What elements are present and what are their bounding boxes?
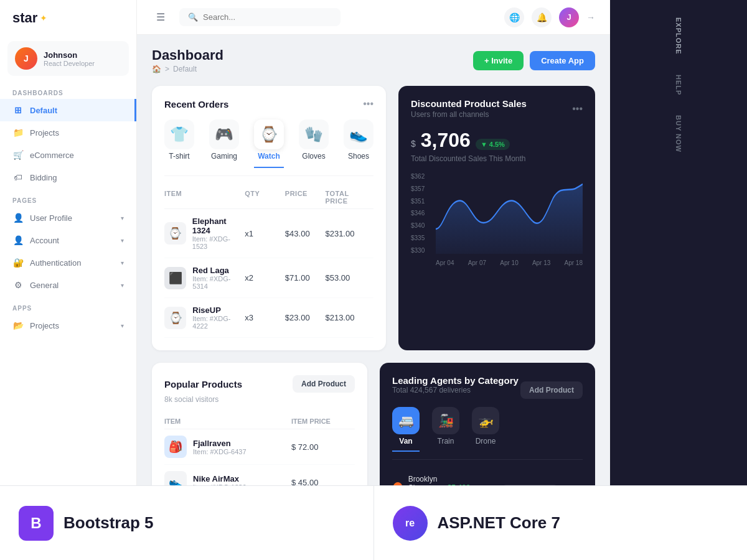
chart-y-label: $357 bbox=[411, 185, 425, 192]
tab-shoes[interactable]: 👟 Shoes bbox=[344, 119, 374, 168]
card-header: Recent Orders ••• bbox=[164, 98, 374, 110]
tab-gloves[interactable]: 🧤 Gloves bbox=[299, 119, 329, 168]
sidebar: star ✦ J Johnson React Developer DASHBOA… bbox=[0, 0, 137, 560]
sales-number: 3,706 bbox=[421, 129, 471, 152]
sidebar-item-label: Default bbox=[30, 106, 57, 115]
discounted-sales-card: Discounted Product Sales Users from all … bbox=[398, 86, 595, 350]
chart-y-label: $340 bbox=[411, 222, 425, 229]
gloves-icon: 🧤 bbox=[299, 119, 329, 149]
table-row: ⌚ Elephant 1324 Item: #XDG-1523 x1 $43.0… bbox=[164, 209, 374, 258]
chart-x-label: Apr 13 bbox=[532, 259, 550, 266]
sidebar-item-authentication[interactable]: 🔐 Authentication ▾ bbox=[0, 251, 136, 274]
section-dashboards: DASHBOARDS bbox=[0, 81, 136, 99]
explore-label[interactable]: Explore bbox=[670, 10, 687, 62]
logo: star ✦ bbox=[0, 0, 136, 36]
right-panel: Explore Help Buy now bbox=[610, 0, 747, 560]
chart-y-labels: $362 $357 $351 $346 $340 $335 $330 bbox=[411, 173, 425, 254]
card-title: Popular Products bbox=[164, 379, 242, 390]
chart-x-label: Apr 04 bbox=[436, 259, 454, 266]
asp-letters: re bbox=[405, 518, 415, 529]
tab-label: Watch bbox=[258, 152, 280, 161]
agent-category-tabs: 🚐 Van 🚂 Train 🚁 Drone bbox=[392, 407, 583, 460]
chevron-down-icon: ▾ bbox=[121, 259, 124, 266]
item-info: ⌚ RiseUP Item: #XDG-4222 bbox=[164, 306, 245, 330]
chart-svg-area bbox=[436, 173, 583, 254]
col-total: TOTAL PRICE bbox=[325, 190, 374, 205]
user-profile-card[interactable]: J Johnson React Developer bbox=[7, 41, 129, 76]
chevron-down-icon: ▾ bbox=[121, 282, 124, 289]
drone-icon: 🚁 bbox=[472, 407, 499, 434]
collapse-button[interactable]: ☰ bbox=[152, 9, 169, 26]
chart-y-label: $335 bbox=[411, 235, 425, 241]
add-product-button[interactable]: Add Product bbox=[293, 375, 355, 393]
asp-promo[interactable]: re ASP.NET Core 7 bbox=[374, 486, 611, 560]
sidebar-item-projects-app[interactable]: 📂 Projects ▾ bbox=[0, 314, 136, 337]
agents-title: Leading Agents by Category bbox=[392, 375, 519, 386]
tab-watch[interactable]: ⌚ Watch bbox=[254, 119, 284, 168]
bootstrap-text: Bootstrap 5 bbox=[137, 513, 153, 533]
price-cell: $71.00 bbox=[285, 273, 326, 282]
search-box[interactable]: 🔍 bbox=[179, 8, 341, 26]
tab-label: Gaming bbox=[211, 152, 237, 161]
sidebar-item-label: Bidding bbox=[30, 173, 57, 182]
invite-button[interactable]: + Invite bbox=[473, 51, 524, 70]
topbar-arrow-icon[interactable]: → bbox=[586, 12, 595, 22]
item-info: ⬛ Red Laga Item: #XDG-5314 bbox=[164, 266, 245, 290]
tab-van[interactable]: 🚐 Van bbox=[392, 407, 420, 452]
card-menu-icon[interactable]: ••• bbox=[363, 98, 374, 110]
sidebar-item-default[interactable]: ⊞ Default bbox=[0, 99, 136, 121]
bidding-icon: 🏷 bbox=[12, 172, 24, 183]
create-app-button[interactable]: Create App bbox=[530, 51, 595, 70]
products-table-row: 🎒 Fjallraven Item: #XDG-6437 $ 72.00 bbox=[164, 429, 355, 465]
card-title: Discounted Product Sales bbox=[411, 98, 527, 109]
item-image: ⌚ bbox=[164, 222, 186, 245]
popular-header: Popular Products Add Product bbox=[164, 375, 355, 393]
help-label[interactable]: Help bbox=[670, 67, 687, 103]
tab-drone[interactable]: 🚁 Drone bbox=[472, 407, 499, 452]
card-title-area: Discounted Product Sales Users from all … bbox=[411, 98, 527, 119]
sidebar-item-user-profile[interactable]: 👤 User Profile ▾ bbox=[0, 207, 136, 229]
card-menu-icon[interactable]: ••• bbox=[572, 103, 583, 114]
item-details: Elephant 1324 Item: #XDG-1523 bbox=[192, 217, 245, 250]
bell-icon[interactable]: 🔔 bbox=[532, 7, 552, 27]
search-input[interactable] bbox=[203, 12, 332, 22]
sidebar-item-bidding[interactable]: 🏷 Bidding bbox=[0, 166, 136, 189]
ecommerce-icon: 🛒 bbox=[12, 149, 24, 161]
sidebar-item-label: User Profile bbox=[30, 213, 72, 223]
total-cell: $53.00 bbox=[325, 273, 374, 282]
account-icon: 👤 bbox=[12, 235, 24, 246]
product-tabs: 👕 T-shirt 🎮 Gaming ⌚ Watch 🧤 Gloves bbox=[164, 119, 374, 176]
col-item: ITEM bbox=[164, 418, 291, 425]
sidebar-item-ecommerce[interactable]: 🛒 eCommerce bbox=[0, 144, 136, 166]
card-title: Recent Orders bbox=[164, 99, 228, 110]
sidebar-item-account[interactable]: 👤 Account ▾ bbox=[0, 229, 136, 251]
sidebar-item-general[interactable]: ⚙ General ▾ bbox=[0, 274, 136, 296]
chart-x-label: Apr 07 bbox=[468, 259, 486, 266]
tab-label: Train bbox=[438, 437, 454, 446]
item-details: RiseUP Item: #XDG-4222 bbox=[192, 306, 245, 330]
col-item: ITEM bbox=[164, 190, 245, 205]
bootstrap-promo[interactable]: B Bootstrap 5 bbox=[137, 486, 374, 560]
tab-tshirt[interactable]: 👕 T-shirt bbox=[164, 119, 194, 168]
topbar-avatar[interactable]: J bbox=[559, 7, 579, 27]
total-cell: $231.00 bbox=[325, 229, 374, 238]
tab-label: Gloves bbox=[302, 152, 325, 161]
item-name: RiseUP bbox=[192, 306, 245, 315]
chevron-down-icon: ▾ bbox=[121, 215, 124, 222]
buy-now-label[interactable]: Buy now bbox=[670, 108, 687, 160]
add-product-agents-button[interactable]: Add Product bbox=[520, 381, 583, 399]
qty-cell: x2 bbox=[245, 273, 285, 282]
tab-gaming[interactable]: 🎮 Gaming bbox=[209, 119, 239, 168]
tab-train[interactable]: 🚂 Train bbox=[432, 407, 459, 452]
dashboard-grid: Recent Orders ••• 👕 T-shirt 🎮 Gaming ⌚ W… bbox=[152, 86, 595, 350]
user-info: Johnson React Developer bbox=[44, 50, 95, 67]
qty-cell: x1 bbox=[245, 229, 285, 238]
projects-app-icon: 📂 bbox=[12, 320, 24, 331]
page-header: Dashboard 🏠 > Default + Invite Create Ap… bbox=[152, 47, 595, 73]
tab-label: Shoes bbox=[348, 152, 369, 161]
tab-label: T-shirt bbox=[169, 152, 189, 161]
sidebar-item-projects[interactable]: 📁 Projects bbox=[0, 121, 136, 144]
col-price: ITEM PRICE bbox=[291, 418, 355, 425]
globe-icon[interactable]: 🌐 bbox=[504, 7, 524, 27]
item-image: 🎒 bbox=[164, 436, 187, 458]
